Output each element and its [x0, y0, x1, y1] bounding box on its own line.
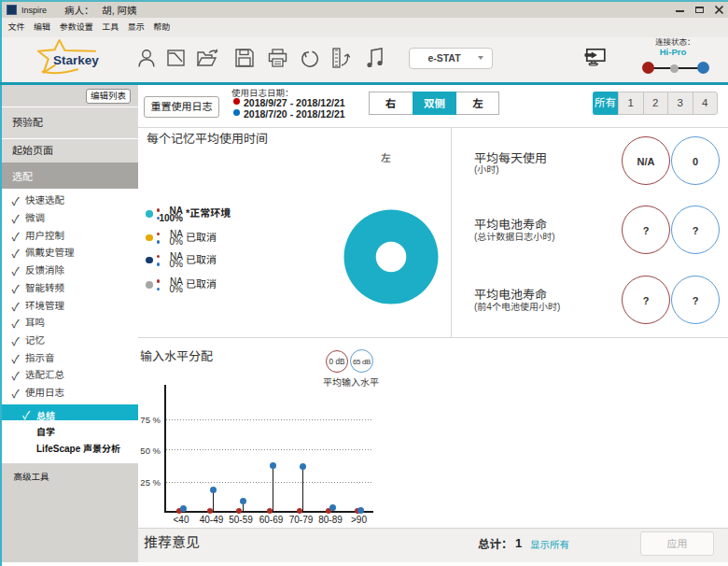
svg-text:Starkey: Starkey — [53, 53, 99, 67]
